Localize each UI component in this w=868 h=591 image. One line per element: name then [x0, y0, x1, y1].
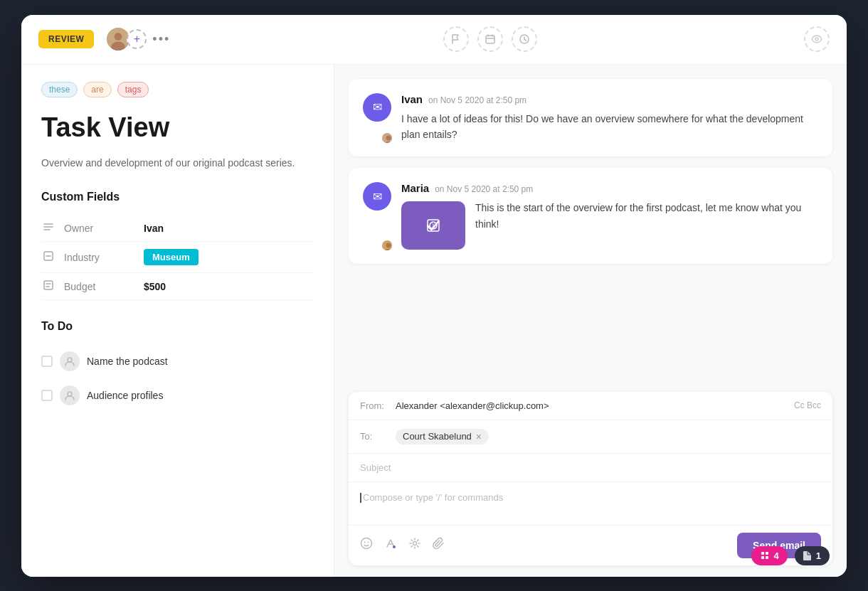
- svg-rect-23: [766, 552, 768, 555]
- tags-row: these are tags: [41, 82, 314, 97]
- more-options-button[interactable]: •••: [147, 29, 176, 50]
- svg-rect-25: [766, 556, 768, 559]
- avatar-group: +: [105, 26, 147, 52]
- svg-rect-7: [44, 281, 53, 289]
- calendar-icon-button[interactable]: [477, 26, 503, 52]
- clock-icon-button[interactable]: [512, 26, 537, 52]
- tag-these[interactable]: these: [41, 82, 78, 97]
- budget-value: $500: [144, 281, 166, 292]
- industry-value[interactable]: Museum: [144, 249, 199, 265]
- budget-field: Budget $500: [41, 273, 314, 300]
- main-content: these are tags Task View Overview and de…: [21, 65, 847, 577]
- maria-timestamp: on Nov 5 2020 at 2:50 pm: [435, 184, 533, 194]
- ivan-sub-avatar: [381, 132, 393, 144]
- review-badge[interactable]: REVIEW: [38, 30, 94, 48]
- subject-placeholder: Subject: [360, 462, 391, 473]
- top-icons: [176, 26, 804, 52]
- svg-rect-3: [486, 36, 494, 43]
- svg-point-1: [115, 33, 122, 41]
- maria-name: Maria: [401, 182, 429, 194]
- todo-section: To Do Name the podcast: [41, 320, 314, 412]
- svg-point-19: [368, 542, 369, 543]
- todo-checkbox-1[interactable]: [41, 356, 53, 367]
- compose-placeholder: Compose or type '/' for commands: [363, 492, 503, 503]
- budget-icon: [41, 280, 55, 292]
- owner-label: Owner: [64, 223, 135, 234]
- ivan-comment-text: I have a lot of ideas for this! Do we ha…: [401, 111, 818, 143]
- to-label: To:: [360, 431, 396, 442]
- comment-maria: ✉ Maria on Nov 5 2020 at 2:50: [349, 168, 832, 264]
- badge-count-2: 1: [816, 550, 821, 561]
- eye-icon-button[interactable]: [804, 26, 830, 52]
- compose-area[interactable]: Compose or type '/' for commands: [349, 482, 832, 525]
- industry-label: Industry: [64, 252, 135, 263]
- todo-item-1: Name the podcast: [41, 344, 314, 378]
- svg-point-5: [815, 38, 818, 41]
- svg-point-18: [364, 542, 366, 543]
- todo-avatar-2: [60, 385, 80, 405]
- svg-point-20: [393, 545, 396, 548]
- industry-field: Industry Museum: [41, 242, 314, 273]
- custom-fields-title: Custom Fields: [41, 191, 314, 203]
- to-recipient-name: Court Skabelund: [403, 431, 472, 442]
- add-avatar-button[interactable]: +: [127, 29, 147, 49]
- svg-point-2: [112, 42, 126, 52]
- flag-icon-button[interactable]: [443, 26, 469, 52]
- badge-figma-2[interactable]: 1: [795, 546, 830, 565]
- todo-text-2: Audience profiles: [87, 390, 163, 401]
- left-panel: these are tags Task View Overview and de…: [21, 65, 334, 577]
- svg-rect-22: [761, 552, 764, 555]
- ivan-name: Ivan: [401, 93, 423, 105]
- attachment-thumbnail[interactable]: [401, 201, 465, 250]
- text-format-icon[interactable]: [384, 537, 397, 553]
- settings-icon[interactable]: [408, 537, 421, 553]
- todo-checkbox-2[interactable]: [41, 390, 53, 401]
- from-row: From: Alexander <alexander@clickup.com> …: [349, 392, 832, 420]
- ivan-avatar-wrapper: ✉: [363, 93, 391, 143]
- svg-point-17: [361, 538, 372, 549]
- emoji-icon[interactable]: [360, 537, 373, 553]
- to-recipient-chip[interactable]: Court Skabelund ×: [396, 429, 489, 444]
- svg-point-14: [386, 243, 391, 248]
- todo-item-2: Audience profiles: [41, 378, 314, 412]
- remove-recipient-button[interactable]: ×: [476, 431, 482, 442]
- svg-point-9: [68, 392, 72, 396]
- owner-field: Owner Ivan: [41, 215, 314, 242]
- industry-icon: [41, 251, 55, 263]
- email-compose: From: Alexander <alexander@clickup.com> …: [349, 392, 832, 565]
- maria-comment-text: This is the start of the overview for th…: [475, 200, 818, 250]
- subject-field[interactable]: Subject: [349, 454, 832, 482]
- badge-count-1: 4: [774, 550, 779, 561]
- maria-sub-avatar: [381, 239, 393, 252]
- custom-fields-section: Custom Fields Owner Ivan: [41, 191, 314, 300]
- ivan-comment-header: Ivan on Nov 5 2020 at 2:50 pm: [401, 93, 818, 105]
- top-bar: REVIEW + •••: [21, 15, 847, 65]
- from-value: Alexander <alexander@clickup.com>: [396, 400, 794, 411]
- todo-title: To Do: [41, 320, 314, 333]
- text-cursor: [360, 493, 361, 503]
- comments-area: ✉ Ivan on Nov 5 2020 at 2:50 p: [334, 65, 847, 380]
- to-row: To: Court Skabelund ×: [349, 420, 832, 454]
- cc-bcc-button[interactable]: Cc Bcc: [794, 400, 821, 410]
- badge-figma[interactable]: 4: [751, 546, 788, 565]
- attachment-icon[interactable]: [433, 537, 445, 553]
- task-title: Task View: [41, 112, 314, 144]
- tag-tags[interactable]: tags: [117, 82, 149, 97]
- maria-avatar: ✉: [363, 182, 391, 211]
- figma-icon: [760, 550, 770, 560]
- owner-value: Ivan: [144, 223, 164, 234]
- todo-avatar-1: [60, 351, 80, 371]
- maria-comment-content: This is the start of the overview for th…: [401, 200, 818, 250]
- ivan-comment-body: Ivan on Nov 5 2020 at 2:50 pm I have a l…: [401, 93, 818, 143]
- svg-point-8: [68, 358, 72, 362]
- right-panel: ✉ Ivan on Nov 5 2020 at 2:50 p: [334, 65, 847, 577]
- svg-rect-24: [761, 556, 764, 559]
- todo-text-1: Name the podcast: [87, 356, 168, 367]
- comment-ivan: ✉ Ivan on Nov 5 2020 at 2:50 p: [349, 79, 832, 157]
- task-description: Overview and development of our original…: [41, 155, 314, 171]
- svg-point-21: [413, 542, 417, 545]
- ivan-timestamp: on Nov 5 2020 at 2:50 pm: [428, 95, 526, 105]
- floating-badges: 4 1: [751, 546, 830, 565]
- budget-label: Budget: [64, 281, 135, 292]
- tag-are[interactable]: are: [83, 82, 111, 97]
